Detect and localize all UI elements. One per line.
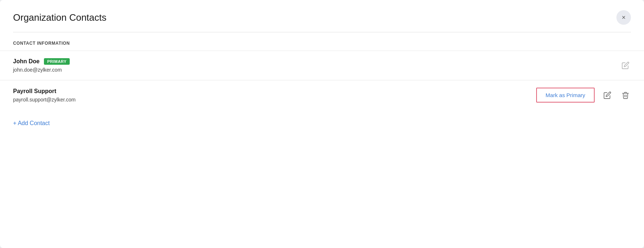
contact-name-payroll-support: Payroll Support xyxy=(13,88,56,95)
contact-name-row-payroll: Payroll Support xyxy=(13,88,129,95)
contact-actions-john-doe xyxy=(620,60,631,71)
contact-info-john-doe: John Doe PRIMARY john.doe@zylker.com xyxy=(13,58,129,73)
close-button[interactable]: × xyxy=(616,10,631,25)
contact-row-payroll-support: Payroll Support payroll.support@zylker.c… xyxy=(0,80,644,110)
primary-badge: PRIMARY xyxy=(44,58,70,65)
contact-email-john-doe: john.doe@zylker.com xyxy=(13,67,129,73)
contact-email-payroll-support: payroll.support@zylker.com xyxy=(13,97,129,103)
mark-as-primary-button[interactable]: Mark as Primary xyxy=(536,88,595,103)
contact-name-john-doe: John Doe xyxy=(13,58,40,65)
section-label: CONTACT INFORMATION xyxy=(13,41,70,46)
contact-actions-payroll-support: Mark as Primary xyxy=(536,88,631,103)
section-header: CONTACT INFORMATION xyxy=(0,32,644,51)
contact-name-row: John Doe PRIMARY xyxy=(13,58,129,65)
delete-button-payroll-support[interactable] xyxy=(620,90,631,101)
add-contact-button[interactable]: + Add Contact xyxy=(13,120,50,127)
edit-button-payroll-support[interactable] xyxy=(602,90,613,101)
add-contact-section: + Add Contact xyxy=(0,110,644,137)
close-icon: × xyxy=(622,14,626,21)
edit-icon-payroll xyxy=(603,91,611,99)
modal-header: Organization Contacts × xyxy=(0,0,644,32)
contact-info-payroll-support: Payroll Support payroll.support@zylker.c… xyxy=(13,88,129,103)
modal-title: Organization Contacts xyxy=(13,12,106,23)
delete-icon-payroll xyxy=(621,91,629,99)
edit-button-john-doe[interactable] xyxy=(620,60,631,71)
edit-icon-john-doe xyxy=(621,61,629,69)
contact-row-john-doe: John Doe PRIMARY john.doe@zylker.com xyxy=(0,51,644,80)
organization-contacts-modal: Organization Contacts × CONTACT INFORMAT… xyxy=(0,0,644,248)
